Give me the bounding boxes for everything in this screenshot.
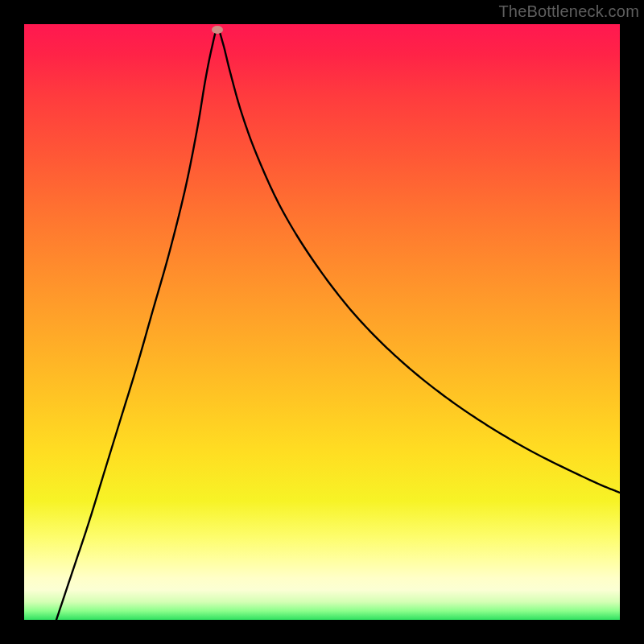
bottleneck-curve bbox=[56, 29, 620, 620]
optimum-marker bbox=[212, 26, 223, 34]
chart-frame: TheBottleneck.com bbox=[0, 0, 644, 644]
plot-area bbox=[24, 24, 620, 620]
curve-svg bbox=[24, 24, 620, 620]
watermark-text: TheBottleneck.com bbox=[498, 2, 639, 21]
